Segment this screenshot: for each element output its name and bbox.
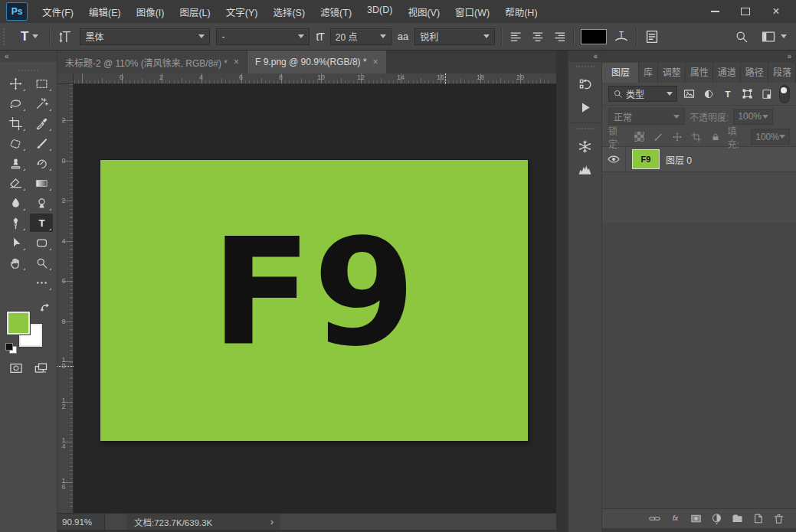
tool-rectangular-marquee[interactable] (30, 74, 53, 93)
panel-tab[interactable]: 库 (639, 63, 658, 83)
dock-grip[interactable] (576, 128, 595, 134)
history-panel-button[interactable] (572, 73, 599, 95)
panel-tab[interactable]: 调整 (658, 63, 686, 83)
tool-more[interactable] (30, 273, 53, 292)
opacity-field[interactable]: 100% (733, 109, 773, 125)
tool-eraser[interactable] (4, 174, 27, 192)
ruler-corner[interactable] (57, 73, 74, 84)
dock-grip[interactable] (576, 66, 595, 72)
panel-tab[interactable]: 图层 (602, 63, 639, 83)
new-group-button[interactable] (731, 512, 744, 525)
options-grip[interactable] (3, 28, 8, 45)
tool-path-select[interactable] (4, 233, 27, 252)
panel-tab[interactable]: 属性 (686, 63, 713, 83)
filter-pixel-layers-button[interactable] (682, 86, 696, 102)
histogram-panel-button[interactable] (572, 158, 599, 180)
screen-mode-button[interactable] (32, 361, 49, 376)
workspace-switcher[interactable] (760, 29, 787, 44)
panel-tab[interactable]: 路径 (741, 63, 768, 83)
menu-item[interactable]: 3D(D) (360, 2, 399, 22)
menu-item[interactable]: 帮助(H) (498, 2, 544, 22)
align-left-button[interactable] (509, 29, 524, 44)
menu-item[interactable]: 图层(L) (172, 2, 217, 22)
menu-item[interactable]: 滤镜(T) (313, 2, 359, 22)
close-tab-icon[interactable]: × (373, 57, 378, 67)
panel-tab[interactable]: 通道 (713, 63, 741, 83)
add-layer-mask-button[interactable] (690, 512, 703, 525)
tool-brush[interactable] (30, 134, 53, 152)
horizontal-ruler[interactable]: 0246810121416182022 (74, 73, 556, 84)
anti-alias-select[interactable]: 锐利 (414, 28, 495, 45)
tool-zoom[interactable] (30, 253, 53, 272)
app-logo[interactable]: Ps (6, 2, 28, 21)
lock-transparency-button[interactable] (632, 129, 647, 145)
tool-eyedropper[interactable] (30, 114, 53, 132)
delete-layer-button[interactable] (772, 512, 785, 525)
tools-grip[interactable] (18, 64, 38, 71)
menu-item[interactable]: 选择(S) (266, 2, 312, 22)
tool-gradient[interactable] (30, 174, 53, 192)
tool-shape[interactable] (30, 233, 53, 252)
quick-mask-button[interactable] (8, 361, 25, 376)
tool-lasso[interactable] (4, 94, 27, 113)
new-adjustment-layer-button[interactable] (710, 512, 723, 525)
tool-preset-picker[interactable]: T (16, 28, 43, 46)
menu-item[interactable]: 视图(V) (401, 2, 447, 22)
panel-collapse-button[interactable]: » (602, 51, 796, 62)
maximize-button[interactable] (733, 4, 758, 19)
lock-all-button[interactable] (709, 129, 723, 145)
filter-smart-objects-button[interactable] (760, 86, 775, 102)
new-layer-button[interactable] (752, 512, 765, 525)
zoom-level-field[interactable]: 90.91% (57, 514, 105, 530)
tool-pen[interactable] (4, 214, 27, 232)
fill-field[interactable]: 100% (751, 129, 790, 145)
dock-collapse-button[interactable]: « (568, 51, 601, 62)
layer-style-button[interactable]: fx (669, 512, 682, 525)
tool-crop[interactable] (4, 114, 27, 132)
effects-panel-button[interactable] (572, 135, 599, 157)
font-family-select[interactable]: 黑体 (80, 28, 210, 45)
layer-visibility-toggle[interactable] (602, 147, 626, 171)
lock-pixels-button[interactable] (651, 129, 666, 145)
swap-colors-button[interactable] (39, 302, 51, 315)
align-right-button[interactable] (552, 29, 567, 44)
document-info[interactable]: 文档:723.7K/639.3K › (126, 514, 280, 530)
search-button[interactable] (734, 29, 749, 44)
lock-artboard-button[interactable] (690, 129, 704, 145)
menu-item[interactable]: 文字(Y) (219, 2, 265, 22)
layer-thumbnail[interactable]: F9 (632, 149, 660, 169)
filter-adjustment-layers-button[interactable] (701, 86, 716, 102)
menu-item[interactable]: 编辑(E) (82, 2, 128, 22)
tools-collapse-button[interactable]: « (0, 51, 57, 62)
tool-clone-stamp[interactable] (4, 154, 27, 172)
filter-shape-layers-button[interactable] (740, 86, 755, 102)
vertical-ruler[interactable]: 20246810121416 (57, 84, 74, 513)
actions-panel-button[interactable] (572, 96, 599, 118)
tool-move[interactable] (4, 74, 27, 93)
font-style-select[interactable]: - (216, 28, 310, 45)
link-layers-button[interactable] (648, 512, 661, 525)
menu-item[interactable]: 文件(F) (35, 2, 80, 22)
layer-filter-type-select[interactable]: 类型 (608, 86, 677, 102)
layer-name[interactable]: 图层 0 (666, 153, 692, 166)
lock-position-button[interactable] (670, 129, 685, 145)
minimize-button[interactable] (703, 4, 727, 19)
tool-spot-healing[interactable] (4, 134, 27, 152)
canvas[interactable]: F9 (100, 160, 528, 441)
pasteboard[interactable]: F9 (74, 84, 556, 513)
font-size-select[interactable]: 20 点 (330, 28, 391, 45)
tool-type[interactable]: T (30, 214, 53, 232)
status-chevron-icon[interactable]: › (270, 516, 280, 527)
default-colors-button[interactable] (5, 344, 16, 353)
panel-tab[interactable]: 段落 (768, 63, 796, 83)
menu-item[interactable]: 图像(I) (129, 2, 172, 22)
document-tab-f9[interactable]: F 9.png @ 90.9%(RGB/8) * × (247, 51, 386, 73)
text-orientation-button[interactable] (57, 28, 74, 45)
blend-mode-select[interactable]: 正常 (608, 108, 685, 125)
tool-dodge[interactable] (30, 194, 53, 212)
foreground-color-swatch[interactable] (7, 312, 30, 335)
tool-magic-wand[interactable] (30, 94, 53, 113)
align-center-button[interactable] (530, 29, 545, 44)
filter-type-layers-button[interactable]: T (721, 86, 735, 102)
tool-hand[interactable] (4, 253, 27, 272)
